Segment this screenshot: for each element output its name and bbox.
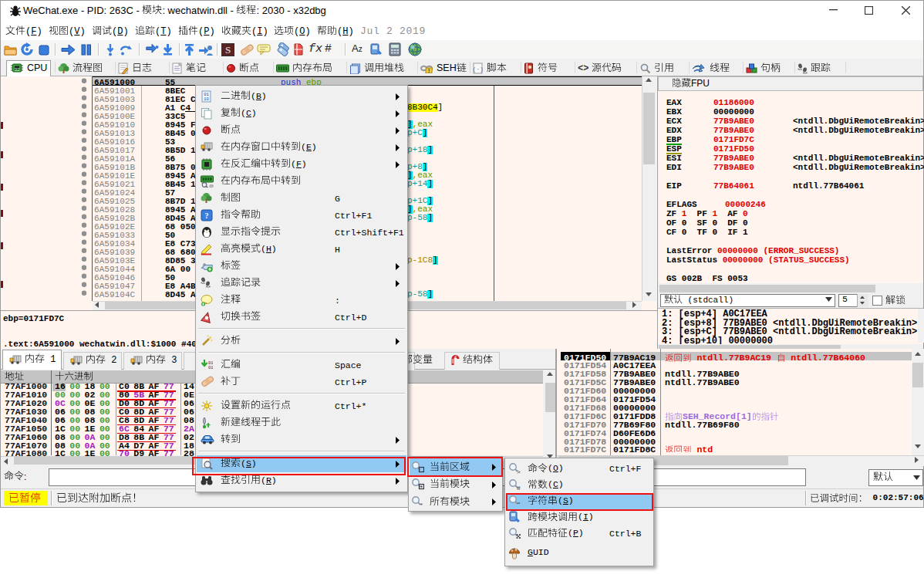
svg-text:#: # — [517, 485, 521, 491]
svg-text:@: @ — [209, 184, 214, 188]
svg-text:S: S — [225, 44, 231, 56]
svg-text:32: 32 — [15, 67, 20, 72]
svg-text:*: * — [420, 502, 423, 508]
svg-text:>: > — [517, 468, 521, 475]
svg-text:10: 10 — [204, 96, 209, 102]
svg-text:!: ! — [428, 68, 430, 73]
svg-text:(·): (·) — [473, 66, 484, 73]
svg-text:01: 01 — [208, 365, 213, 370]
svg-text:?: ? — [205, 211, 209, 220]
